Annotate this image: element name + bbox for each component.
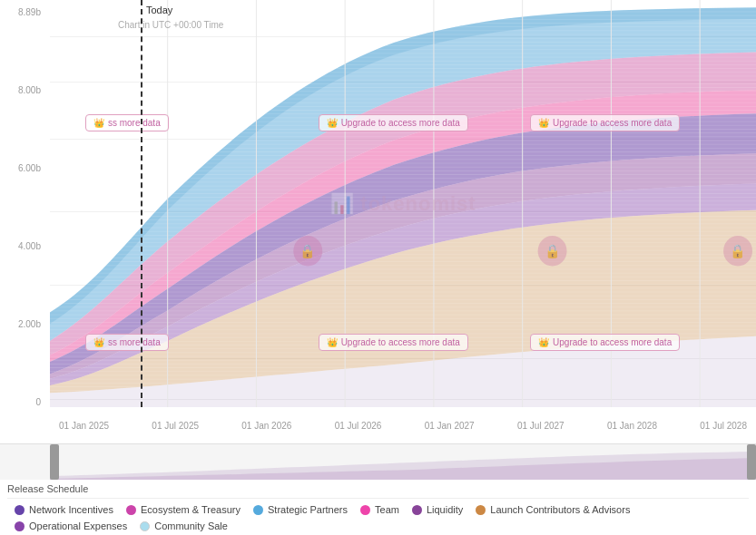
main-chart: 8.89b 8.00b 6.00b 4.00b 2.00b 0 <box>0 0 756 443</box>
crown-icon-1: 👑 <box>93 118 104 128</box>
mini-chart-svg <box>50 444 756 480</box>
legend-label-2: Strategic Partners <box>268 504 348 515</box>
upgrade-badge-2[interactable]: 👑 Upgrade to access more data <box>319 114 468 131</box>
upgrade-text-4: ss more data <box>108 337 161 347</box>
legend: Network Incentives Ecosystem & Treasury … <box>7 498 749 519</box>
crown-icon-3: 👑 <box>538 118 549 128</box>
legend-item-1: Ecosystem & Treasury <box>126 504 241 515</box>
legend-dot-4 <box>412 505 422 515</box>
release-schedule-label: Release Schedule <box>7 483 749 494</box>
mini-chart[interactable] <box>50 444 756 480</box>
x-label-2: 01 Jan 2026 <box>241 421 291 431</box>
legend-label-3: Team <box>375 504 399 515</box>
upgrade-text-1: ss more data <box>108 118 161 128</box>
svg-text:🔒: 🔒 <box>730 243 746 259</box>
today-line <box>141 0 142 407</box>
legend-row2: Operational Expenses Community Sale <box>7 519 749 535</box>
chart-container: 8.89b 8.00b 6.00b 4.00b 2.00b 0 <box>0 0 756 535</box>
x-label-3: 01 Jul 2026 <box>335 421 382 431</box>
legend-dot-2 <box>253 505 263 515</box>
mini-chart-yaxis-spacer <box>0 444 50 480</box>
legend-dot-1 <box>126 505 136 515</box>
crown-icon-6: 👑 <box>538 337 549 347</box>
mini-chart-container <box>0 443 756 480</box>
release-schedule-section: Release Schedule Network Incentives Ecos… <box>0 480 756 535</box>
today-label: Today <box>146 5 172 15</box>
utc-label: Chart in UTC +00:00 Time <box>118 20 223 30</box>
y-axis: 8.89b 8.00b 6.00b 4.00b 2.00b 0 <box>0 0 50 407</box>
mini-chart-handle-right[interactable] <box>747 444 756 480</box>
watermark-text: tokenomist <box>360 192 476 216</box>
legend-item-4: Liquidity <box>412 504 463 515</box>
y-label-3: 4.00b <box>0 241 46 251</box>
x-label-0: 01 Jan 2025 <box>59 421 109 431</box>
legend-dot-6 <box>15 521 25 531</box>
x-label-1: 01 Jul 2025 <box>152 421 199 431</box>
chart-area: 🔒 🔒 🔒 Today Chart in UTC +00:00 Time 👑 s… <box>50 0 756 407</box>
upgrade-badge-4[interactable]: 👑 ss more data <box>85 334 169 351</box>
upgrade-badge-5[interactable]: 👑 Upgrade to access more data <box>319 334 468 351</box>
upgrade-text-5: Upgrade to access more data <box>341 337 460 347</box>
legend-item-6: Operational Expenses <box>15 520 127 531</box>
x-label-5: 01 Jul 2027 <box>517 421 565 431</box>
upgrade-text-6: Upgrade to access more data <box>553 337 672 347</box>
upgrade-text-3: Upgrade to access more data <box>553 118 672 128</box>
upgrade-badge-1[interactable]: 👑 ss more data <box>85 114 169 131</box>
legend-dot-0 <box>15 505 25 515</box>
legend-label-6: Operational Expenses <box>29 520 127 531</box>
legend-dot-3 <box>360 505 370 515</box>
legend-item-2: Strategic Partners <box>253 504 348 515</box>
svg-text:🔒: 🔒 <box>299 243 316 259</box>
x-axis: 01 Jan 2025 01 Jul 2025 01 Jan 2026 01 J… <box>50 407 756 443</box>
y-label-2: 6.00b <box>0 163 46 173</box>
x-label-6: 01 Jan 2028 <box>607 421 657 431</box>
watermark-icon: 📊 <box>329 192 355 216</box>
legend-label-5: Launch Contributors & Advisors <box>490 504 630 515</box>
legend-item-0: Network Incentives <box>15 504 113 515</box>
legend-label-7: Community Sale <box>154 520 228 531</box>
legend-item-7: Community Sale <box>140 520 228 531</box>
legend-item-5: Launch Contributors & Advisors <box>476 504 630 515</box>
legend-label-4: Liquidity <box>427 504 463 515</box>
crown-icon-2: 👑 <box>327 118 338 128</box>
legend-label-0: Network Incentives <box>29 504 113 515</box>
legend-dot-7 <box>140 521 150 531</box>
watermark: 📊 tokenomist <box>329 192 476 216</box>
upgrade-text-2: Upgrade to access more data <box>341 118 460 128</box>
y-label-1: 8.00b <box>0 85 46 95</box>
mini-chart-handle-left[interactable] <box>50 444 59 480</box>
legend-label-1: Ecosystem & Treasury <box>141 504 241 515</box>
svg-text:🔒: 🔒 <box>545 243 561 259</box>
y-label-5: 0 <box>0 397 46 407</box>
upgrade-badge-6[interactable]: 👑 Upgrade to access more data <box>530 334 680 351</box>
legend-dot-5 <box>476 505 486 515</box>
crown-icon-4: 👑 <box>93 337 104 347</box>
upgrade-badge-3[interactable]: 👑 Upgrade to access more data <box>530 114 680 131</box>
x-label-7: 01 Jul 2028 <box>700 421 747 431</box>
x-label-4: 01 Jan 2027 <box>425 421 475 431</box>
y-label-4: 2.00b <box>0 319 46 329</box>
legend-item-3: Team <box>360 504 399 515</box>
y-label-0: 8.89b <box>0 7 46 17</box>
crown-icon-5: 👑 <box>327 337 338 347</box>
